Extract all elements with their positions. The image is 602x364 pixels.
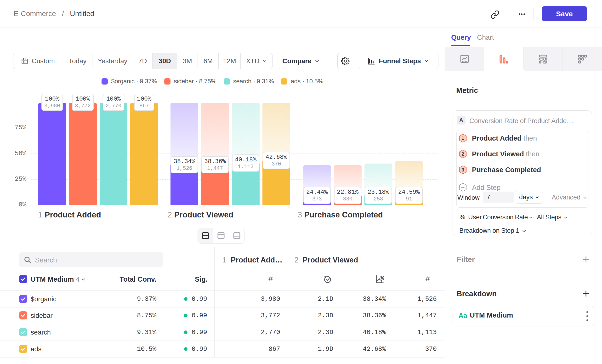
svg-text:3: 3 bbox=[462, 167, 464, 172]
svg-text:2: 2 bbox=[462, 151, 464, 157]
svg-text:1: 1 bbox=[462, 136, 464, 141]
